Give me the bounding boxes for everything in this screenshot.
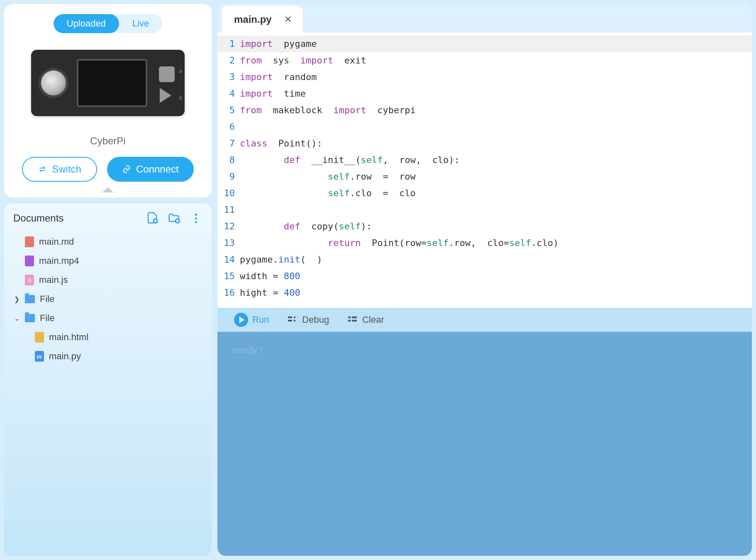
clear-icon — [348, 316, 358, 324]
line-number: 16 — [217, 285, 240, 301]
code-text: import time — [240, 85, 752, 102]
new-folder-icon[interactable] — [168, 212, 181, 225]
code-line: 8 def __init__(self, row, clo): — [217, 152, 752, 168]
code-text: import random — [240, 69, 752, 85]
code-text: from makeblock import cyberpi — [240, 102, 752, 119]
code-line: 10 self.clo = clo — [217, 185, 752, 202]
code-text: from sys import exit — [240, 52, 752, 69]
documents-title: Documents — [13, 212, 138, 224]
device-screen-icon — [77, 59, 147, 107]
connect-button-label: Connnect — [136, 163, 179, 175]
debug-label: Debug — [302, 314, 329, 325]
code-editor[interactable]: 1import pygame2from sys import exit3impo… — [217, 32, 752, 308]
js-file-icon: {} — [25, 275, 34, 285]
switch-button-label: Switch — [52, 163, 81, 175]
toggle-live[interactable]: Live — [119, 14, 162, 33]
mp4-file-icon — [25, 256, 34, 266]
line-number: 5 — [217, 102, 240, 119]
code-text: def copy(self): — [240, 218, 752, 235]
line-number: 1 — [217, 36, 240, 52]
file-item-main-mp4[interactable]: main.mp4 — [9, 251, 207, 270]
code-text: self.clo = clo — [240, 185, 752, 202]
folder-label: File — [40, 313, 54, 324]
chevron-right-icon: ❯ — [13, 295, 20, 303]
code-line: 11 — [217, 202, 752, 218]
code-text — [240, 202, 752, 218]
more-menu-icon[interactable] — [189, 212, 202, 225]
file-item-main-html[interactable]: main.html — [9, 328, 207, 347]
line-number: 4 — [217, 85, 240, 102]
file-label: main.md — [39, 236, 74, 247]
device-panel: Uploaded Live A B CyberPi Switch Connnec… — [4, 4, 212, 197]
link-icon — [122, 165, 131, 174]
line-number: 11 — [217, 202, 240, 218]
editor-tabs: main.py ✕ — [217, 4, 752, 32]
code-line: 14pygame.init( ) — [217, 251, 752, 268]
new-file-icon[interactable] — [146, 212, 159, 225]
tab-label: main.py — [234, 14, 272, 25]
line-number: 2 — [217, 52, 240, 69]
line-number: 3 — [217, 69, 240, 85]
close-icon[interactable]: ✕ — [282, 13, 294, 26]
clear-button[interactable]: Clear — [348, 314, 384, 325]
line-number: 10 — [217, 185, 240, 202]
toggle-uploaded[interactable]: Uploaded — [54, 14, 119, 33]
code-text: def __init__(self, row, clo): — [240, 152, 752, 168]
file-item-main-py[interactable]: py main.py — [9, 347, 207, 366]
code-line: 1import pygame — [217, 36, 752, 52]
code-line: 4import time — [217, 85, 752, 102]
folder-item-closed[interactable]: ❯ File — [9, 290, 207, 309]
md-file-icon — [25, 236, 34, 247]
device-image: A B — [31, 50, 185, 116]
line-number: 6 — [217, 119, 240, 135]
file-label: main.html — [49, 332, 88, 343]
code-line: 5from makeblock import cyberpi — [217, 102, 752, 119]
run-label: Run — [252, 314, 269, 325]
code-text: pygame.init( ) — [240, 251, 752, 268]
folder-label: File — [40, 294, 54, 304]
line-number: 9 — [217, 168, 240, 185]
console-text: ready ! — [232, 344, 263, 355]
caret-up-icon[interactable] — [102, 187, 114, 192]
svg-rect-8 — [348, 320, 351, 321]
folder-item-open[interactable]: ⌄ File — [9, 309, 207, 328]
file-item-main-md[interactable]: main.md — [9, 232, 207, 251]
device-knob-icon — [39, 68, 68, 98]
code-text: self.row = row — [240, 168, 752, 185]
svg-rect-5 — [294, 320, 295, 321]
console-output: ready ! — [217, 332, 752, 556]
folder-icon — [25, 314, 35, 322]
file-label: main.py — [49, 351, 81, 362]
line-number: 8 — [217, 152, 240, 168]
code-text: width = 800 — [240, 268, 752, 285]
svg-rect-2 — [288, 317, 292, 318]
line-number: 12 — [217, 218, 240, 235]
line-number: 14 — [217, 251, 240, 268]
svg-rect-3 — [288, 320, 292, 321]
code-text: import pygame — [240, 36, 752, 52]
run-button[interactable]: Run — [234, 313, 269, 327]
line-number: 13 — [217, 235, 240, 251]
svg-rect-7 — [352, 317, 357, 318]
code-line: 15width = 800 — [217, 268, 752, 285]
line-number: 15 — [217, 268, 240, 285]
svg-rect-9 — [352, 320, 357, 321]
file-label: main.js — [39, 275, 68, 285]
svg-rect-6 — [348, 317, 351, 318]
code-text — [240, 119, 752, 135]
code-text: class Point(): — [240, 135, 752, 152]
switch-button[interactable]: Switch — [22, 157, 97, 182]
code-line: 9 self.row = row — [217, 168, 752, 185]
swap-icon — [38, 165, 47, 174]
code-text: hight = 400 — [240, 285, 752, 301]
output-toolbar: Run Debug Clear — [217, 308, 752, 332]
py-file-icon: py — [35, 351, 44, 362]
debug-button[interactable]: Debug — [288, 314, 329, 325]
code-line: 13 return Point(row=self.row, clo=self.c… — [217, 235, 752, 251]
mode-toggle: Uploaded Live — [54, 14, 163, 33]
file-item-main-js[interactable]: {} main.js — [9, 270, 207, 290]
tab-main-py[interactable]: main.py ✕ — [222, 6, 302, 32]
code-line: 6 — [217, 119, 752, 135]
connect-button[interactable]: Connnect — [107, 157, 194, 182]
device-b-button-icon — [160, 88, 177, 103]
